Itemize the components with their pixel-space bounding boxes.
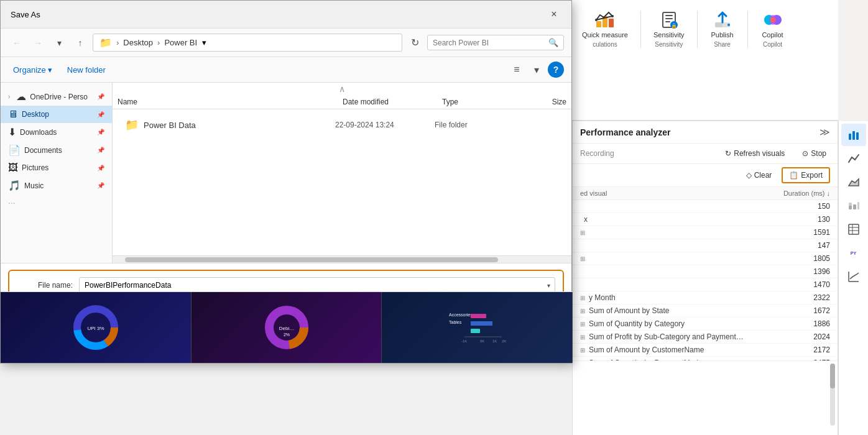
ribbon-separator-1	[640, 11, 641, 48]
perf-analyzer-header: Performance analyzer ≫	[573, 121, 838, 144]
perf-row[interactable]: ⊞ 1805	[573, 252, 838, 265]
nav-recent-button[interactable]: ▾	[50, 34, 68, 52]
sidebar-item-downloads[interactable]: ⬇ Downloads 📌	[1, 123, 112, 141]
dialog-title: Save As	[11, 10, 40, 19]
perf-scrollbar-area[interactable]	[573, 360, 838, 435]
svg-point-18	[770, 17, 775, 22]
python-icon[interactable]: Py	[841, 242, 866, 264]
row-duration: 1470	[755, 280, 830, 289]
sidebar-item-desktop[interactable]: 🖥 Desktop 📌	[1, 106, 112, 123]
documents-icon: 📄	[8, 144, 21, 156]
row-duration: 2024	[755, 332, 830, 341]
svg-rect-21	[856, 132, 859, 140]
perf-row[interactable]: 1470	[573, 278, 838, 291]
scatter-chart-icon[interactable]	[841, 265, 866, 288]
view-dropdown-button[interactable]: ▾	[528, 61, 545, 78]
col-type-header[interactable]: Type	[442, 98, 517, 106]
ribbon-item-quick-measure[interactable]: Quick measure culations	[577, 7, 633, 50]
refresh-visuals-button[interactable]: ↻ Refresh visuals	[721, 147, 788, 160]
help-button[interactable]: ?	[548, 62, 564, 78]
perf-row[interactable]: 150	[573, 200, 838, 213]
horizontal-scrollbar[interactable]	[113, 255, 571, 263]
sidebar-documents-label: Documents	[24, 146, 62, 155]
thumb-content-2: Debi… 2%	[192, 292, 382, 363]
stacked-bar-icon[interactable]	[841, 195, 866, 217]
sidebar-item-documents[interactable]: 📄 Documents 📌	[1, 141, 112, 159]
perf-analyzer-title-text: Performance analyzer	[580, 127, 671, 137]
thumb-content-1: UPI 3%	[1, 292, 191, 363]
toolbar-left-group: Organize ▾ New folder	[8, 63, 111, 77]
pictures-icon: 🖼	[8, 162, 18, 173]
svg-text:UPI 3%: UPI 3%	[87, 326, 104, 331]
file-type-text: File folder	[435, 121, 509, 129]
dialog-close-button[interactable]: ×	[547, 7, 561, 22]
expand-icon: ⊞	[580, 334, 585, 341]
quick-measure-label: Quick measure	[582, 31, 628, 39]
row-duration: 1672	[755, 306, 830, 315]
svg-rect-2	[609, 19, 614, 27]
breadcrumb[interactable]: 📁 › Desktop › Power BI ▾	[93, 34, 402, 52]
ribbon-item-sensitivity[interactable]: 🔒 Sensitivity Sensitivity	[649, 7, 690, 50]
perf-rows-list[interactable]: 150 x 130 ⊞ 1591 147 ⊞ 1805 1396	[573, 200, 838, 360]
thumbnail-1: UPI 3%	[1, 292, 192, 363]
line-chart-icon[interactable]	[841, 147, 866, 170]
copilot-icon	[763, 10, 783, 30]
stop-button[interactable]: ⊙ Stop	[798, 147, 830, 160]
sidebar-item-music[interactable]: 🎵 Music 📌	[1, 176, 112, 195]
scrollbar-thumb[interactable]	[125, 257, 498, 262]
export-button[interactable]: 📋 Export	[782, 167, 830, 183]
music-icon: 🎵	[8, 180, 21, 191]
perf-analyzer-expand-btn[interactable]: ≫	[820, 126, 830, 138]
organize-arrow-icon: ▾	[48, 65, 52, 75]
nav-forward-button[interactable]: →	[29, 34, 47, 52]
perf-row[interactable]: 1396	[573, 265, 838, 278]
perf-row[interactable]: x 130	[573, 213, 838, 226]
svg-rect-27	[849, 224, 859, 234]
onedrive-icon: ☁	[16, 91, 26, 103]
new-folder-button[interactable]: New folder	[62, 63, 111, 77]
col-date-header[interactable]: Date modified	[343, 98, 442, 106]
breadcrumb-dropdown-arrow[interactable]: ▾	[202, 38, 206, 47]
svg-rect-23	[849, 206, 852, 209]
sidebar-item-pictures[interactable]: 🖼 Pictures 📌	[1, 159, 112, 176]
nav-up-button[interactable]: ↑	[72, 34, 89, 52]
build-visual-icon[interactable]	[841, 124, 866, 146]
row-name: y Month	[589, 293, 755, 302]
area-chart-icon[interactable]	[841, 171, 866, 193]
nav-back-button[interactable]: ←	[8, 34, 25, 52]
nav-refresh-button[interactable]: ↻	[406, 34, 423, 52]
row-duration: 1805	[755, 254, 830, 263]
col-name-header[interactable]: Name	[118, 98, 343, 106]
col-duration-header: Duration (ms) ↓	[755, 190, 830, 197]
row-duration: 2172	[755, 346, 830, 354]
row-duration: 1591	[755, 228, 830, 237]
ribbon-item-copilot[interactable]: Copilot Copilot	[755, 7, 790, 50]
perf-row[interactable]: ⊞ 1591	[573, 226, 838, 239]
breadcrumb-desktop[interactable]: Desktop	[123, 38, 153, 47]
search-input[interactable]	[433, 39, 545, 47]
organize-button[interactable]: Organize ▾	[8, 63, 57, 77]
file-row-powerbidata[interactable]: 📁 Power BI Data 22-09-2024 13:24 File fo…	[120, 114, 564, 135]
view-options-button[interactable]: ≡	[508, 61, 525, 78]
sidebar-item-more[interactable]: ···	[1, 195, 112, 211]
perf-row[interactable]: ⊞ Sum of Amount by CustomerName 2172	[573, 344, 838, 357]
table-icon[interactable]	[841, 218, 866, 240]
scroll-track	[830, 364, 835, 426]
svg-rect-9	[665, 21, 670, 22]
scroll-thumb[interactable]	[830, 364, 835, 388]
ribbon-item-publish[interactable]: Publish Share	[705, 7, 740, 50]
perf-row[interactable]: 147	[573, 239, 838, 252]
perf-row[interactable]: ⊞ Sum of Profit by Sub-Category and Paym…	[573, 331, 838, 344]
thumbnail-2: Debi… 2%	[192, 292, 382, 363]
sidebar-pictures-label: Pictures	[22, 163, 48, 172]
perf-row[interactable]: ⊞ y Month 2322	[573, 291, 838, 304]
perf-row[interactable]: ⊞ Sum of Amount by State 1672	[573, 304, 838, 318]
row-name: Sum of Amount by State	[589, 306, 755, 315]
organize-label: Organize	[13, 65, 46, 75]
sensitivity-label: Sensitivity	[653, 31, 685, 39]
clear-button[interactable]: ◇ Clear	[741, 169, 777, 181]
col-size-header[interactable]: Size	[517, 98, 566, 106]
perf-row[interactable]: ⊞ Sum of Quantity by Category 1886	[573, 318, 838, 331]
sidebar-item-onedrive[interactable]: › ☁ OneDrive - Perso 📌	[1, 88, 112, 106]
breadcrumb-powerbi[interactable]: Power BI	[164, 38, 197, 47]
